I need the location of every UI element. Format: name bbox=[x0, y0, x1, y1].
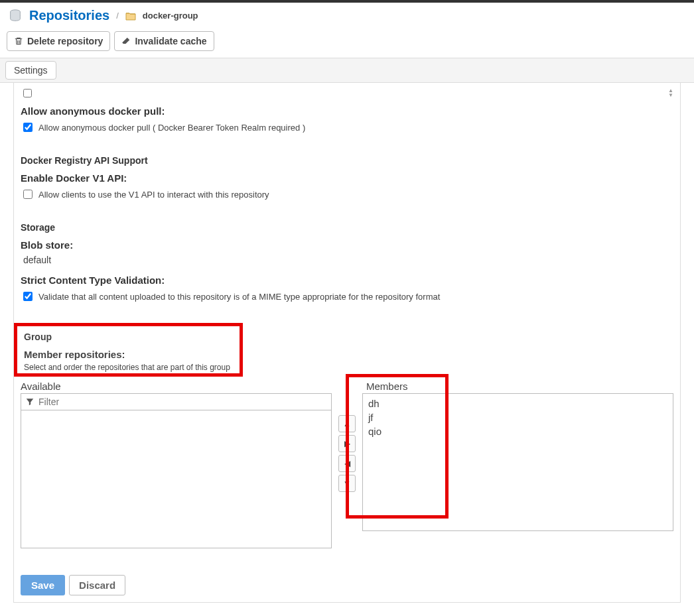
strict-check-row[interactable]: Validate that all content uploaded to th… bbox=[21, 290, 673, 303]
members-listbox[interactable]: dhjfqio bbox=[362, 393, 673, 531]
member-heading: Member repositories: bbox=[24, 349, 230, 360]
chevron-down-icon: ▼ bbox=[343, 479, 351, 488]
group-highlight: Group Member repositories: Select and or… bbox=[14, 323, 243, 377]
strict-heading: Strict Content Type Validation: bbox=[21, 275, 673, 286]
action-bar: Delete repository Invalidate cache bbox=[0, 29, 694, 58]
blob-value: default bbox=[21, 255, 673, 265]
filter-input[interactable] bbox=[37, 396, 327, 408]
save-button[interactable]: Save bbox=[21, 575, 65, 595]
api-check-row[interactable]: Allow clients to use the V1 API to inter… bbox=[21, 188, 673, 201]
invalidate-cache-button[interactable]: Invalidate cache bbox=[114, 31, 214, 51]
anon-heading: Allow anonymous docker pull: bbox=[21, 105, 673, 117]
numeric-input[interactable] bbox=[39, 86, 663, 100]
anon-check-row[interactable]: Allow anonymous docker pull ( Docker Bea… bbox=[21, 121, 673, 134]
filter-wrap bbox=[21, 393, 332, 410]
trash-icon bbox=[14, 36, 23, 46]
available-col: Available bbox=[21, 381, 332, 548]
breadcrumb-sep: / bbox=[116, 11, 119, 21]
invalidate-cache-label: Invalidate cache bbox=[135, 36, 206, 46]
member-help: Select and order the repositories that a… bbox=[24, 363, 230, 372]
transfer-buttons: ▲ ▶ ◀ ▼ bbox=[338, 415, 356, 492]
anon-checkbox[interactable] bbox=[23, 123, 33, 132]
breadcrumb: Repositories / docker-group bbox=[0, 3, 694, 29]
anon-label: Allow anonymous docker pull ( Docker Bea… bbox=[38, 123, 305, 133]
settings-panel: ▲ ▼ Allow anonymous docker pull: Allow a… bbox=[13, 83, 681, 603]
api-checkbox[interactable] bbox=[23, 190, 33, 199]
available-label: Available bbox=[21, 381, 332, 392]
chevron-up-icon: ▲ bbox=[343, 419, 351, 428]
api-label: Allow clients to use the V1 API to inter… bbox=[38, 190, 269, 200]
dual-list: Available ▲ ▶ ◀ ▼ Members dhjfqio bbox=[21, 381, 673, 548]
eraser-icon bbox=[121, 36, 131, 46]
numeric-enable-checkbox[interactable] bbox=[23, 89, 32, 97]
list-item[interactable]: dh bbox=[366, 397, 670, 410]
group-section: Group bbox=[24, 332, 230, 342]
move-up-button[interactable]: ▲ bbox=[338, 415, 356, 432]
discard-button[interactable]: Discard bbox=[69, 575, 125, 595]
delete-repository-label: Delete repository bbox=[27, 36, 103, 46]
tab-settings[interactable]: Settings bbox=[5, 61, 56, 80]
available-listbox[interactable] bbox=[21, 410, 332, 548]
tab-bar: Settings bbox=[0, 58, 694, 83]
breadcrumb-repo: docker-group bbox=[143, 11, 198, 21]
remove-button[interactable]: ◀ bbox=[338, 455, 356, 472]
chevron-down-icon: ▼ bbox=[668, 93, 673, 97]
list-item[interactable]: jf bbox=[366, 410, 670, 424]
storage-section: Storage bbox=[21, 222, 673, 233]
list-item[interactable]: qio bbox=[366, 424, 670, 438]
api-section: Docker Registry API Support bbox=[21, 155, 673, 166]
spinner-arrows[interactable]: ▲ ▼ bbox=[668, 88, 673, 97]
add-button[interactable]: ▶ bbox=[338, 435, 356, 452]
blob-heading: Blob store: bbox=[21, 239, 673, 251]
folder-icon bbox=[125, 11, 136, 21]
delete-repository-button[interactable]: Delete repository bbox=[7, 31, 110, 51]
bottom-buttons: Save Discard bbox=[21, 575, 673, 595]
members-col: Members dhjfqio bbox=[362, 381, 673, 548]
strict-label: Validate that all content uploaded to th… bbox=[38, 292, 440, 302]
members-label: Members bbox=[362, 381, 673, 392]
filter-icon bbox=[25, 397, 35, 406]
chevron-right-icon: ▶ bbox=[344, 439, 350, 448]
api-heading: Enable Docker V1 API: bbox=[21, 172, 673, 184]
strict-checkbox[interactable] bbox=[23, 292, 33, 301]
numeric-row: ▲ ▼ bbox=[21, 86, 673, 100]
chevron-left-icon: ◀ bbox=[344, 459, 350, 468]
move-down-button[interactable]: ▼ bbox=[338, 475, 356, 492]
database-icon bbox=[8, 9, 23, 23]
page-title-link[interactable]: Repositories bbox=[29, 8, 109, 23]
